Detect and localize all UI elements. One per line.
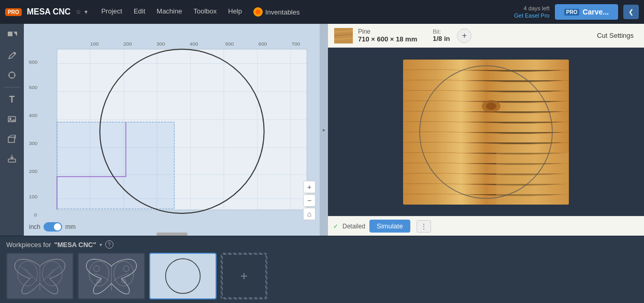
box-button[interactable] bbox=[3, 130, 21, 148]
text-button[interactable]: T bbox=[3, 91, 21, 108]
workpieces-bar: Workpieces for "MESA CNC" ▾ ? bbox=[0, 236, 644, 303]
nav-inventables[interactable]: Inventables bbox=[248, 5, 305, 19]
carve-button[interactable]: PRO Carve... bbox=[555, 4, 618, 20]
svg-text:500: 500 bbox=[225, 41, 234, 47]
image-button[interactable] bbox=[3, 110, 21, 128]
cut-settings-button[interactable]: Cut Settings bbox=[593, 30, 638, 41]
collapse-handle[interactable]: ▸ bbox=[320, 24, 328, 236]
bit-value: 1/8 in bbox=[433, 35, 450, 42]
simulate-button[interactable]: Simulate bbox=[369, 220, 410, 233]
preview-toolbar: Pine 710 × 600 × 18 mm Bit: 1/8 in + Cut… bbox=[328, 24, 644, 48]
zoom-out-button[interactable]: − bbox=[303, 194, 316, 207]
svg-rect-13 bbox=[8, 159, 16, 162]
wood-board bbox=[403, 60, 569, 205]
wood-preview bbox=[328, 48, 644, 216]
svg-text:600: 600 bbox=[29, 59, 38, 65]
inventables-label: Inventables bbox=[265, 8, 300, 16]
unit-switch[interactable] bbox=[44, 222, 62, 232]
svg-rect-2 bbox=[8, 32, 12, 36]
more-options-button[interactable]: ⋮ bbox=[417, 220, 431, 233]
add-material-button[interactable]: + bbox=[457, 28, 471, 43]
crosshair-button[interactable] bbox=[3, 66, 21, 84]
add-workpiece-button[interactable]: + bbox=[221, 253, 267, 299]
svg-point-62 bbox=[94, 266, 99, 271]
workpiece-1[interactable] bbox=[6, 253, 74, 299]
svg-text:200: 200 bbox=[123, 41, 132, 47]
add-workpiece-plus-icon: + bbox=[240, 269, 248, 283]
nav-machine[interactable]: Machine bbox=[151, 5, 187, 19]
toolbar-sep-1 bbox=[4, 87, 20, 88]
app-title: MESA CNC bbox=[27, 7, 71, 17]
svg-text:500: 500 bbox=[29, 84, 38, 90]
mm-label: mm bbox=[65, 223, 76, 230]
main-area: T 100 20 bbox=[0, 24, 644, 236]
workpieces-list: + bbox=[0, 253, 644, 299]
shapes-button[interactable] bbox=[3, 27, 21, 45]
zoom-controls: + − ⌂ bbox=[303, 181, 316, 220]
nav-help[interactable]: Help bbox=[223, 5, 247, 19]
workpiece-3[interactable] bbox=[149, 253, 217, 299]
horizontal-scrollbar[interactable] bbox=[156, 233, 188, 236]
right-preview: Pine 710 × 600 × 18 mm Bit: 1/8 in + Cut… bbox=[328, 24, 644, 236]
help-icon[interactable]: ? bbox=[105, 240, 113, 249]
nav-toolbox[interactable]: Toolbox bbox=[188, 5, 222, 19]
svg-text:700: 700 bbox=[292, 41, 300, 47]
bit-info: Bit: 1/8 in bbox=[433, 28, 450, 42]
material-info: Pine 710 × 600 × 18 mm bbox=[358, 28, 417, 43]
inch-label: inch bbox=[29, 223, 40, 230]
unit-toggle: inch mm bbox=[29, 222, 76, 232]
nav-project[interactable]: Project bbox=[96, 5, 127, 19]
material-name: Pine bbox=[358, 28, 417, 35]
collapse-icon: ▸ bbox=[323, 127, 325, 133]
svg-marker-3 bbox=[13, 32, 17, 36]
star-icon[interactable]: ☆ bbox=[76, 8, 81, 16]
design-canvas[interactable]: 100 200 300 400 500 600 700 600 500 400 … bbox=[24, 24, 320, 236]
svg-rect-12 bbox=[8, 137, 15, 142]
svg-point-63 bbox=[123, 266, 129, 271]
nav-menu: Project Edit Machine Toolbox Help Invent… bbox=[96, 5, 305, 19]
workpiece-2[interactable] bbox=[78, 253, 145, 299]
get-pro-link[interactable]: Get Easel Pro bbox=[514, 12, 549, 19]
expand-button[interactable]: ❮ bbox=[623, 5, 639, 19]
zoom-fit-button[interactable]: ⌂ bbox=[303, 208, 316, 220]
import-button[interactable] bbox=[3, 150, 21, 167]
pen-button[interactable] bbox=[3, 47, 21, 64]
svg-point-58 bbox=[18, 261, 37, 286]
top-nav: PRO MESA CNC ☆ ▾ Project Edit Machine To… bbox=[0, 0, 644, 24]
svg-text:0: 0 bbox=[34, 212, 37, 218]
workpieces-label: Workpieces for bbox=[6, 241, 51, 249]
bit-label: Bit: bbox=[433, 28, 450, 35]
material-dimensions: 710 × 600 × 18 mm bbox=[358, 35, 417, 43]
svg-point-60 bbox=[89, 261, 109, 286]
svg-rect-47 bbox=[57, 122, 174, 209]
svg-text:300: 300 bbox=[156, 41, 165, 47]
svg-text:300: 300 bbox=[29, 140, 38, 146]
svg-point-1 bbox=[255, 9, 261, 15]
svg-point-4 bbox=[14, 52, 16, 54]
canvas-area: 100 200 300 400 500 600 700 600 500 400 … bbox=[24, 24, 320, 236]
nav-edit[interactable]: Edit bbox=[128, 5, 150, 19]
svg-point-55 bbox=[486, 103, 496, 110]
workpieces-name: "MESA CNC" bbox=[54, 241, 96, 249]
svg-text:600: 600 bbox=[259, 41, 267, 47]
pro-logo: PRO bbox=[5, 8, 22, 16]
svg-text:400: 400 bbox=[190, 41, 198, 47]
carve-pro-badge: PRO bbox=[564, 9, 580, 16]
check-icon: ✓ bbox=[333, 223, 338, 230]
carve-label: Carve... bbox=[582, 8, 609, 16]
chevron-down-icon[interactable]: ▾ bbox=[84, 8, 88, 16]
trial-info: 4 days left Get Easel Pro bbox=[514, 5, 549, 20]
svg-point-61 bbox=[114, 261, 134, 286]
workpieces-dropdown[interactable]: ▾ bbox=[99, 242, 102, 248]
toggle-knob bbox=[54, 223, 61, 230]
workpieces-header: Workpieces for "MESA CNC" ▾ ? bbox=[0, 236, 644, 253]
left-toolbar: T bbox=[0, 24, 24, 236]
svg-point-66 bbox=[166, 259, 201, 294]
preview-bottom: ✓ Detailed Simulate ⋮ bbox=[328, 216, 644, 236]
svg-text:100: 100 bbox=[29, 194, 38, 199]
zoom-in-button[interactable]: + bbox=[303, 181, 316, 193]
days-left: 4 days left bbox=[514, 5, 549, 12]
svg-text:400: 400 bbox=[29, 112, 38, 118]
svg-point-59 bbox=[42, 261, 62, 286]
svg-text:100: 100 bbox=[90, 41, 99, 47]
